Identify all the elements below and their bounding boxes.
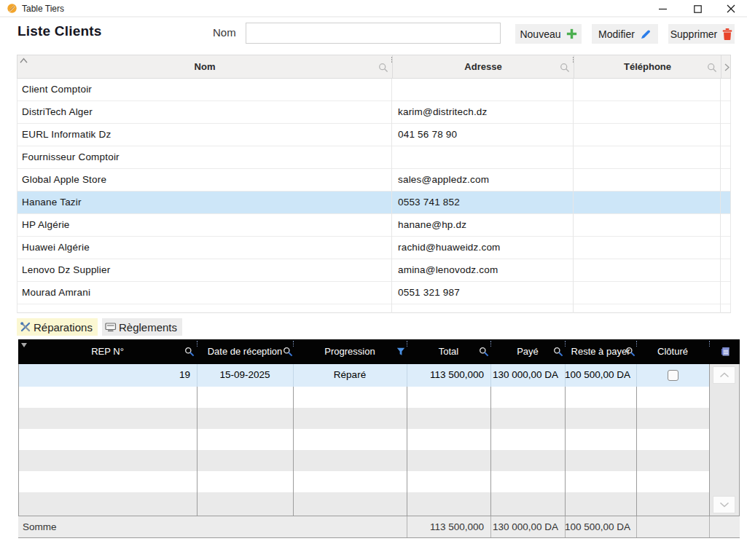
search-column-icon[interactable] [560,63,570,73]
repair-rep-no: 19 [18,364,197,387]
close-icon [727,4,735,13]
empty-row[interactable] [18,387,740,408]
client-row-selected[interactable]: Hanane Tazir 0553 741 852 [17,192,730,214]
repair-row-selected[interactable]: 19 15-09-2025 Réparé 113 500,000 130 000… [18,364,740,387]
column-header-telephone[interactable]: Téléphone [574,55,721,79]
clients-table: Nom Adresse Téléphone Client Comptoir [17,55,731,313]
summary-label: Somme [23,516,190,537]
client-row[interactable]: Global Apple Store sales@appledz.com [17,169,730,192]
minimize-icon [659,5,667,13]
new-button-label: Nouveau [520,28,560,40]
app-icon [7,3,17,14]
clients-table-header: Nom Adresse Téléphone [17,55,731,79]
pencil-icon [640,28,652,40]
tab-reparations-label: Réparations [34,321,93,334]
search-column-icon[interactable] [283,347,293,357]
new-button[interactable]: Nouveau [515,24,582,44]
repair-total: 113 500,000 [407,364,490,387]
column-header-cloture[interactable]: Clôturé [636,339,709,364]
edit-button-label: Modifier [598,28,635,40]
empty-row[interactable] [18,429,740,450]
edit-button[interactable]: Modifier [592,24,658,44]
close-button[interactable] [719,0,743,17]
column-chooser-icon[interactable] [721,347,730,357]
scroll-up-button[interactable] [713,366,735,384]
vertical-scrollbar[interactable] [710,364,739,516]
client-row[interactable]: Lenovo Dz Supplier amina@lenovodz.com [17,259,730,282]
repairs-table: REP N° Date de réception Progression Tot… [18,339,740,539]
client-row[interactable]: Client Comptoir [17,79,730,101]
column-header-date[interactable]: Date de réception [197,339,293,364]
column-header-total[interactable]: Total [407,339,490,364]
empty-row[interactable] [18,450,740,471]
column-header-adresse[interactable]: Adresse [392,55,574,79]
scroll-down-button[interactable] [713,496,735,513]
delete-button[interactable]: Supprimer [668,24,735,44]
delete-button-label: Supprimer [670,28,718,40]
scroll-right-button[interactable] [721,55,732,79]
client-row[interactable]: Fournisseur Comptoir [17,146,730,169]
search-column-icon[interactable] [553,347,563,357]
search-column-icon[interactable] [625,347,635,357]
trash-icon [722,28,732,40]
empty-row[interactable] [18,492,740,516]
empty-row[interactable] [18,471,740,492]
column-header-rep-no[interactable]: REP N° [18,339,197,364]
repair-reste: 100 500,00 DA [565,364,636,387]
search-column-icon[interactable] [479,347,489,357]
tools-icon [20,321,31,333]
maximize-icon [694,5,702,13]
chevron-up-icon [719,372,730,378]
search-column-icon[interactable] [184,347,195,357]
column-separator [720,79,721,313]
summary-row: Somme 113 500,000 130 000,00 DA 100 500,… [18,516,740,538]
summary-reste: 100 500,00 DA [565,516,636,537]
client-row[interactable]: Huawei Algérie rachid@huaweidz.com [17,237,730,259]
column-header-nom[interactable]: Nom [17,55,392,79]
plus-icon [566,28,577,39]
column-resize-handle[interactable] [709,341,710,347]
column-separator [391,79,392,313]
client-row[interactable]: DistriTech Alger karim@distritech.dz [17,101,730,124]
client-row[interactable]: HP Algérie hanane@hp.dz [17,214,730,237]
app-window: Table Tiers Liste Clients Nom Nouveau Mo… [0,0,747,560]
maximize-button[interactable] [686,0,709,17]
search-label: Nom [213,26,236,39]
repair-date: 15-09-2025 [197,364,293,387]
tab-reglements[interactable]: Règlements [102,318,182,336]
column-header-progression[interactable]: Progression [293,339,407,364]
client-row[interactable]: EURL Informatik Dz 041 56 78 90 [17,124,730,146]
summary-paye: 130 000,00 DA [490,516,565,537]
empty-row[interactable] [18,408,740,429]
search-column-icon[interactable] [707,63,717,73]
repair-progression: Réparé [293,364,407,387]
chevron-down-icon [719,502,730,508]
tab-reparations[interactable]: Réparations [17,318,98,336]
title-bar: Table Tiers [0,0,747,17]
cash-register-icon [105,322,117,332]
repair-paye: 130 000,00 DA [490,364,565,387]
client-row[interactable]: Mourad Amrani 0551 321 987 [17,282,730,304]
repairs-table-header: REP N° Date de réception Progression Tot… [18,339,740,364]
cloture-checkbox[interactable] [668,370,678,381]
minimize-button[interactable] [651,0,674,17]
search-input[interactable] [246,23,501,44]
window-title: Table Tiers [22,4,64,14]
page-title: Liste Clients [17,23,102,39]
clients-table-body: Client Comptoir DistriTech Alger karim@d… [17,79,731,313]
search-column-icon[interactable] [378,63,388,73]
filter-funnel-icon[interactable] [396,347,405,356]
chevron-right-icon [724,63,730,71]
summary-total: 113 500,000 [407,516,490,537]
tab-reglements-label: Règlements [119,321,177,334]
column-separator [573,79,574,313]
